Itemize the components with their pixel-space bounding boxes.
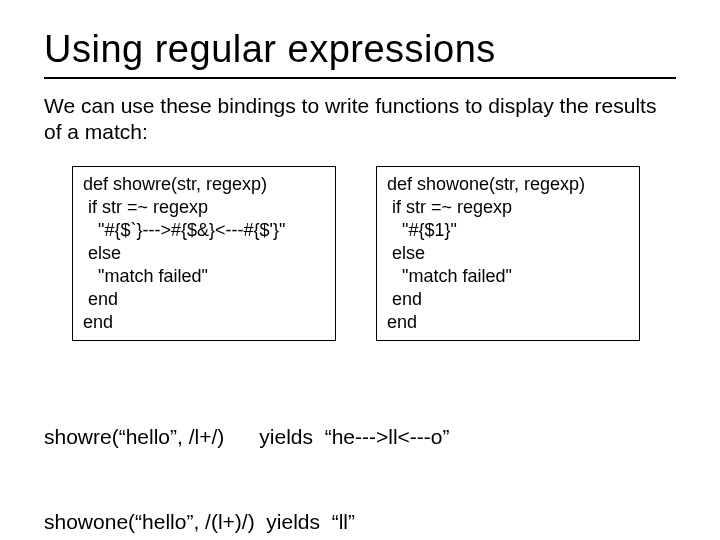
examples: showre(“hello”, /l+/) yields “he--->ll<-… <box>44 367 676 540</box>
code-box-showone: def showone(str, regexp) if str =~ regex… <box>376 166 640 341</box>
code-box-showre: def showre(str, regexp) if str =~ regexp… <box>72 166 336 341</box>
page-title: Using regular expressions <box>44 28 676 71</box>
example-line-1: showre(“hello”, /l+/) yields “he--->ll<-… <box>44 423 676 451</box>
code-row: def showre(str, regexp) if str =~ regexp… <box>72 166 676 341</box>
intro-text: We can use these bindings to write funct… <box>44 93 676 146</box>
example-line-2: showone(“hello”, /(l+)/) yields “ll” <box>44 508 676 536</box>
slide: Using regular expressions We can use the… <box>0 0 720 540</box>
title-divider <box>44 77 676 79</box>
